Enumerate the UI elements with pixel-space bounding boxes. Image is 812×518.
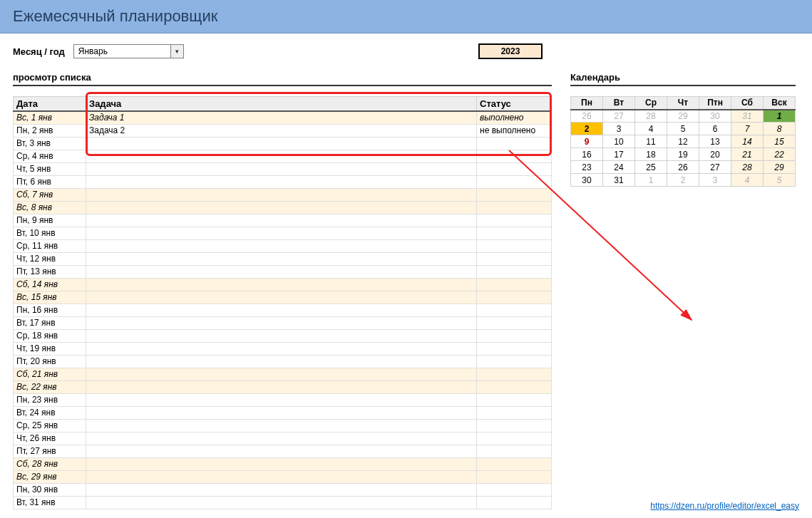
cell-task[interactable] xyxy=(86,329,477,342)
cell-task[interactable] xyxy=(86,496,477,509)
cell-status[interactable] xyxy=(477,316,552,329)
cell-status[interactable] xyxy=(477,445,552,457)
cell-status[interactable]: не выполнено xyxy=(477,124,552,137)
cell-task[interactable] xyxy=(86,162,477,175)
cell-status[interactable] xyxy=(477,432,552,445)
cell-task[interactable] xyxy=(86,188,477,201)
cell-status[interactable] xyxy=(477,291,552,304)
cal-day[interactable]: 4 xyxy=(731,174,764,187)
cell-task[interactable] xyxy=(86,445,477,457)
table-row[interactable]: Вс, 29 янв xyxy=(14,470,552,483)
cal-day[interactable]: 11 xyxy=(635,135,667,148)
cell-status[interactable] xyxy=(477,483,552,496)
cal-day[interactable]: 27 xyxy=(699,161,731,174)
cell-task[interactable] xyxy=(86,457,477,470)
table-row[interactable]: Сб, 21 янв xyxy=(14,368,552,380)
cell-task[interactable] xyxy=(86,252,477,265)
cal-day[interactable]: 27 xyxy=(603,110,635,123)
cell-status[interactable] xyxy=(477,278,552,291)
cal-day[interactable]: 26 xyxy=(571,110,603,123)
cal-day[interactable]: 29 xyxy=(667,110,699,123)
cal-day[interactable]: 7 xyxy=(731,123,764,135)
cal-day[interactable]: 5 xyxy=(667,123,699,135)
cal-day[interactable]: 4 xyxy=(635,123,667,135)
cell-status[interactable] xyxy=(477,368,552,380)
cal-day[interactable]: 31 xyxy=(731,110,764,123)
cal-day[interactable]: 3 xyxy=(603,123,635,135)
cell-task[interactable] xyxy=(86,214,477,227)
cell-status[interactable]: выполнено xyxy=(477,111,552,124)
cell-task[interactable] xyxy=(86,150,477,162)
month-dropdown[interactable]: Январь ▼ xyxy=(73,44,184,58)
cell-status[interactable] xyxy=(477,496,552,509)
cell-status[interactable] xyxy=(477,419,552,432)
table-row[interactable]: Сб, 28 янв xyxy=(14,457,552,470)
cell-task[interactable] xyxy=(86,342,477,355)
cal-day[interactable]: 2 xyxy=(667,174,699,187)
cal-day[interactable]: 29 xyxy=(764,161,796,174)
cell-task[interactable] xyxy=(86,137,477,150)
cal-day[interactable]: 13 xyxy=(699,135,731,148)
cell-task[interactable] xyxy=(86,393,477,406)
cal-day[interactable]: 9 xyxy=(571,135,603,148)
cell-status[interactable] xyxy=(477,457,552,470)
table-row[interactable]: Сб, 7 янв xyxy=(14,188,552,201)
cal-day[interactable]: 16 xyxy=(571,148,603,161)
table-row[interactable]: Сб, 14 янв xyxy=(14,278,552,291)
cell-task[interactable] xyxy=(86,239,477,252)
cal-day[interactable]: 20 xyxy=(699,148,731,161)
cell-status[interactable] xyxy=(477,201,552,214)
table-row[interactable]: Пт, 20 янв xyxy=(14,355,552,368)
cal-day[interactable]: 1 xyxy=(764,110,796,123)
cell-task[interactable] xyxy=(86,291,477,304)
cell-status[interactable] xyxy=(477,188,552,201)
table-row[interactable]: Чт, 26 янв xyxy=(14,432,552,445)
table-row[interactable]: Вс, 15 янв xyxy=(14,291,552,304)
table-row[interactable]: Чт, 19 янв xyxy=(14,342,552,355)
cal-day[interactable]: 8 xyxy=(764,123,796,135)
cal-day[interactable]: 12 xyxy=(667,135,699,148)
table-row[interactable]: Пн, 30 янв xyxy=(14,483,552,496)
cell-task[interactable] xyxy=(86,380,477,393)
table-row[interactable]: Пн, 2 янвЗадача 2не выполнено xyxy=(14,124,552,137)
table-row[interactable]: Ср, 18 янв xyxy=(14,329,552,342)
cal-day[interactable]: 6 xyxy=(699,123,731,135)
cal-day[interactable]: 17 xyxy=(603,148,635,161)
cell-task[interactable] xyxy=(86,265,477,278)
cell-task[interactable] xyxy=(86,278,477,291)
cell-task[interactable] xyxy=(86,227,477,239)
cell-task[interactable] xyxy=(86,355,477,368)
cell-status[interactable] xyxy=(477,304,552,316)
table-row[interactable]: Чт, 12 янв xyxy=(14,252,552,265)
cell-status[interactable] xyxy=(477,342,552,355)
table-row[interactable]: Вт, 10 янв xyxy=(14,227,552,239)
cal-day[interactable]: 25 xyxy=(635,161,667,174)
cal-day[interactable]: 18 xyxy=(635,148,667,161)
cal-day[interactable]: 31 xyxy=(603,174,635,187)
table-row[interactable]: Вс, 1 янвЗадача 1выполнено xyxy=(14,111,552,124)
table-row[interactable]: Вт, 24 янв xyxy=(14,406,552,419)
table-row[interactable]: Пт, 6 янв xyxy=(14,175,552,188)
cell-task[interactable] xyxy=(86,406,477,419)
table-row[interactable]: Ср, 11 янв xyxy=(14,239,552,252)
cal-day[interactable]: 1 xyxy=(635,174,667,187)
cell-status[interactable] xyxy=(477,227,552,239)
cal-day[interactable]: 28 xyxy=(635,110,667,123)
cell-status[interactable] xyxy=(477,406,552,419)
table-row[interactable]: Вт, 3 янв xyxy=(14,137,552,150)
cell-status[interactable] xyxy=(477,214,552,227)
table-row[interactable]: Вт, 31 янв xyxy=(14,496,552,509)
cal-day[interactable]: 15 xyxy=(764,135,796,148)
cell-task[interactable] xyxy=(86,419,477,432)
cell-status[interactable] xyxy=(477,470,552,483)
cal-day[interactable]: 5 xyxy=(764,174,796,187)
table-row[interactable]: Вт, 17 янв xyxy=(14,316,552,329)
cal-day[interactable]: 28 xyxy=(731,161,764,174)
cell-task[interactable]: Задача 2 xyxy=(86,124,477,137)
cell-status[interactable] xyxy=(477,355,552,368)
cell-task[interactable] xyxy=(86,483,477,496)
table-row[interactable]: Ср, 4 янв xyxy=(14,150,552,162)
cell-task[interactable] xyxy=(86,304,477,316)
chevron-down-icon[interactable]: ▼ xyxy=(170,45,183,58)
cal-day[interactable]: 2 xyxy=(571,123,603,135)
